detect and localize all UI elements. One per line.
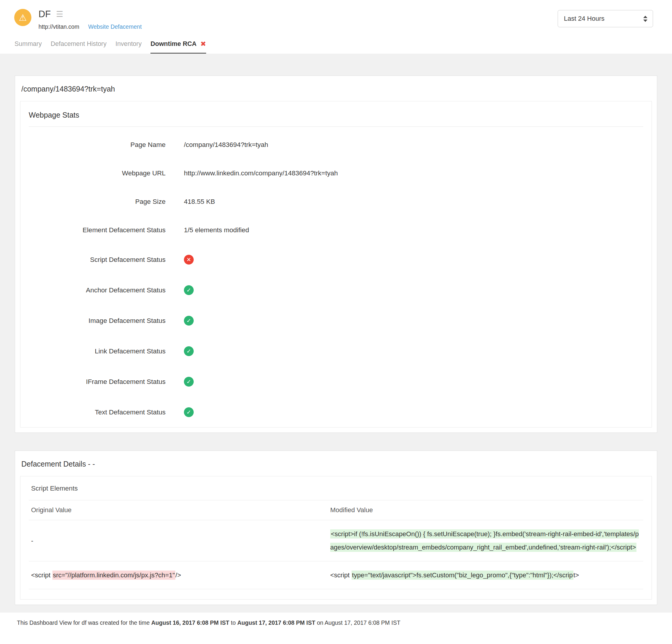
stat-row: Anchor Defacement Status ✓ — [29, 285, 643, 295]
status-ok-icon: ✓ — [184, 407, 194, 417]
footer-text: This Dashboard View for df was created f… — [17, 619, 400, 626]
time-range-select[interactable]: Last 24 Hours — [558, 10, 653, 27]
defacement-details-card: Defacement Details - - Script Elements O… — [15, 451, 657, 605]
modified-value-cell: <script>if (!fs.isUniEscapeOn()) { fs.se… — [330, 527, 641, 554]
status-ok-icon: ✓ — [184, 316, 194, 325]
stat-label: Element Defacement Status — [29, 226, 166, 234]
stat-row: Link Defacement Status ✓ — [29, 346, 643, 356]
webpage-card: /company/1483694?trk=tyah Webpage Stats … — [15, 75, 657, 433]
stat-label: Image Defacement Status — [29, 317, 166, 325]
tab-summary[interactable]: Summary — [14, 40, 42, 53]
column-header-original: Original Value — [31, 506, 330, 514]
tab-defacement-history[interactable]: Defacement History — [51, 40, 107, 53]
warning-icon: ⚠ — [14, 9, 32, 26]
status-ok-icon: ✓ — [184, 377, 194, 386]
removed-highlight: src="//platform.linkedin.com/js/px.js?ch… — [52, 571, 176, 580]
added-highlight: type="text/javascript">fs.setCustom("biz… — [351, 571, 573, 580]
topbar: ⚠ DF ☰ http://vtitan.com Website Defacem… — [0, 0, 672, 30]
main-content: /company/1483694?trk=tyah Webpage Stats … — [0, 53, 672, 612]
stat-label: Text Defacement Status — [29, 408, 166, 416]
monitor-url-link[interactable]: http://vtitan.com — [38, 23, 80, 30]
stat-label: Page Size — [29, 198, 166, 206]
divider — [29, 127, 643, 127]
stat-row: Text Defacement Status ✓ — [29, 407, 643, 417]
stat-row: Page Size 418.55 KB — [29, 198, 643, 206]
stat-value: 1/5 elements modified — [184, 226, 249, 234]
webpage-stats-heading: Webpage Stats — [29, 111, 643, 119]
stat-row: Script Defacement Status ✕ — [29, 255, 643, 264]
stat-label: Link Defacement Status — [29, 347, 166, 355]
stat-row: Element Defacement Status 1/5 elements m… — [29, 226, 643, 234]
tab-downtime-rca[interactable]: Downtime RCA ✖ — [151, 40, 206, 53]
table-row: - <script>if (!fs.isUniEscapeOn()) { fs.… — [29, 520, 643, 561]
tab-bar: Summary Defacement History Inventory Dow… — [0, 30, 672, 53]
monitor-type-link[interactable]: Website Defacement — [88, 23, 142, 30]
stat-label: Anchor Defacement Status — [29, 286, 166, 294]
hamburger-menu-icon[interactable]: ☰ — [56, 10, 63, 19]
defacement-details-title: Defacement Details - - — [20, 451, 652, 476]
column-header-modified: Modified Value — [330, 506, 641, 514]
script-elements-heading: Script Elements — [31, 485, 643, 492]
stat-label: Page Name — [29, 141, 166, 149]
stat-value: 418.55 KB — [184, 198, 215, 206]
dashboard-footer: This Dashboard View for df was created f… — [0, 612, 672, 633]
webpage-stats-panel: Webpage Stats Page Name /company/1483694… — [20, 101, 652, 428]
page-title: /company/1483694?trk=tyah — [20, 76, 652, 101]
original-value-cell: - — [31, 534, 330, 547]
defacement-table: Original Value Modified Value - <script>… — [29, 500, 643, 589]
original-value-cell: <script src="//platform.linkedin.com/js/… — [31, 569, 330, 582]
footer-to-date: August 17, 2017 6:08 PM IST — [237, 619, 315, 626]
time-range-value: Last 24 Hours — [564, 15, 604, 23]
modified-value-cell: <script type="text/javascript">fs.setCus… — [330, 569, 641, 582]
tab-close-icon[interactable]: ✖ — [201, 40, 206, 47]
stat-label: IFrame Defacement Status — [29, 378, 166, 386]
monitor-header: ⚠ DF ☰ http://vtitan.com Website Defacem… — [14, 9, 142, 30]
status-ok-icon: ✓ — [184, 346, 194, 356]
stat-row: IFrame Defacement Status ✓ — [29, 377, 643, 386]
script-elements-panel: Script Elements Original Value Modified … — [20, 476, 652, 599]
stat-label: Webpage URL — [29, 169, 166, 177]
status-ok-icon: ✓ — [184, 285, 194, 295]
stat-label: Script Defacement Status — [29, 256, 166, 264]
stat-row: Page Name /company/1483694?trk=tyah — [29, 141, 643, 149]
monitor-meta: DF ☰ http://vtitan.com Website Defacemen… — [38, 9, 142, 30]
select-arrows-icon — [643, 16, 647, 22]
monitor-title: DF — [38, 9, 51, 20]
footer-from-date: August 16, 2017 6:08 PM IST — [151, 619, 229, 626]
status-fail-icon: ✕ — [184, 255, 194, 264]
stat-value: http://www.linkedin.com/company/1483694?… — [184, 169, 338, 177]
stat-row: Image Defacement Status ✓ — [29, 316, 643, 325]
tab-inventory[interactable]: Inventory — [116, 40, 142, 53]
added-highlight: <script>if (!fs.isUniEscapeOn()) { fs.se… — [330, 529, 639, 552]
table-header-row: Original Value Modified Value — [29, 500, 643, 520]
table-row: <script src="//platform.linkedin.com/js/… — [29, 561, 643, 589]
stat-row: Webpage URL http://www.linkedin.com/comp… — [29, 169, 643, 177]
tab-downtime-rca-label: Downtime RCA — [151, 40, 196, 48]
stat-value: /company/1483694?trk=tyah — [184, 141, 268, 149]
